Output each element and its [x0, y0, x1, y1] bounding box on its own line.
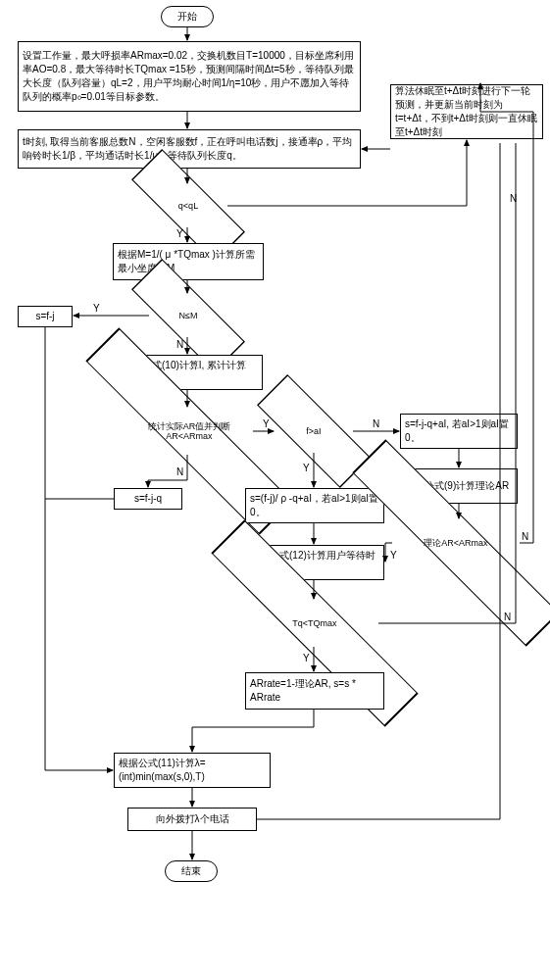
- process-s-fjq: s=f-j-q: [114, 488, 182, 510]
- decision-q-lt-qL: q<qL: [149, 184, 227, 227]
- process-dial: 向外拨打λ个电话: [127, 808, 257, 831]
- label: 理论AR<ARmax: [392, 519, 520, 566]
- text: 设置工作量，最大呼损率ARmax=0.02，交换机数目T=10000，目标坐席利…: [23, 49, 356, 104]
- decision-f-gt-ai: f>aI: [275, 410, 353, 453]
- lbl-y: Y: [303, 653, 310, 663]
- lbl-n: N: [522, 531, 528, 542]
- label: N≤M: [149, 294, 227, 337]
- process-init: 设置工作量，最大呼损率ARmax=0.02，交换机数目T=10000，目标坐席利…: [18, 41, 361, 112]
- lbl-n: N: [373, 418, 379, 429]
- text: 向外拨打λ个电话: [156, 812, 229, 826]
- process-s-rho: s=(f-j)/ ρ -q+aI，若aI>1则aI置0。: [245, 488, 384, 523]
- text: 根据公式(11)计算λ= (int)min(max(s,0),T): [119, 757, 266, 784]
- decision-n-le-m: N≤M: [149, 294, 227, 337]
- process-sleep: 算法休眠至t+Δt时刻进行下一轮预测，并更新当前时刻为t=t+Δt，不到t+Δt…: [390, 84, 543, 139]
- text: 根据M=1/( μ *TQmax )计算所需最小坐席数M: [118, 248, 259, 275]
- text: s=f-j: [35, 310, 54, 323]
- lbl-n: N: [504, 612, 511, 622]
- lbl-y: Y: [176, 228, 183, 239]
- lbl-y: Y: [93, 303, 100, 314]
- start-terminal: 开始: [161, 6, 214, 27]
- text: s=f-j-q: [134, 492, 162, 506]
- lbl-y: Y: [390, 550, 397, 561]
- decision-ar-lt-max: 统计实际AR值并判断 AR<ARmax: [125, 408, 253, 455]
- label: q<qL: [149, 184, 227, 227]
- text: 算法休眠至t+Δt时刻进行下一轮预测，并更新当前时刻为t=t+Δt，不到t+Δt…: [395, 84, 538, 139]
- process-s-fj: s=f-j: [18, 306, 73, 327]
- lbl-n: N: [510, 193, 517, 204]
- text: ARrate=1-理论AR, s=s * ARrate: [250, 677, 379, 705]
- process-state-t: t时刻, 取得当前客服总数N，空闲客服数f，正在呼叫电话数j，接通率ρ，平均响铃…: [18, 129, 361, 169]
- decision-theory-ar: 理论AR<ARmax: [392, 519, 520, 566]
- process-min-seats: 根据M=1/( μ *TQmax )计算所需最小坐席数M: [113, 243, 264, 280]
- label: Tq<TQmax: [251, 600, 378, 647]
- label: 开始: [177, 10, 197, 24]
- process-lambda: 根据公式(11)计算λ= (int)min(max(s,0),T): [114, 753, 271, 788]
- lbl-y: Y: [303, 463, 310, 473]
- lbl-n: N: [176, 339, 183, 350]
- text: t时刻, 取得当前客服总数N，空闲客服数f，正在呼叫电话数j，接通率ρ，平均响铃…: [23, 135, 356, 163]
- process-arrate: ARrate=1-理论AR, s=s * ARrate: [245, 672, 384, 710]
- lbl-y: Y: [263, 418, 270, 429]
- text: s=(f-j)/ ρ -q+aI，若aI>1则aI置0。: [250, 492, 379, 519]
- lbl-n: N: [176, 466, 183, 477]
- label: f>aI: [275, 410, 353, 453]
- text: s=f-j-q+aI, 若aI>1则aI置0。: [405, 417, 513, 445]
- decision-tq-lt-max: Tq<TQmax: [251, 600, 378, 647]
- end-terminal: 结束: [165, 860, 218, 882]
- label: 统计实际AR值并判断 AR<ARmax: [125, 408, 253, 455]
- process-s-fjqai: s=f-j-q+aI, 若aI>1则aI置0。: [400, 414, 518, 449]
- label: 结束: [181, 864, 201, 878]
